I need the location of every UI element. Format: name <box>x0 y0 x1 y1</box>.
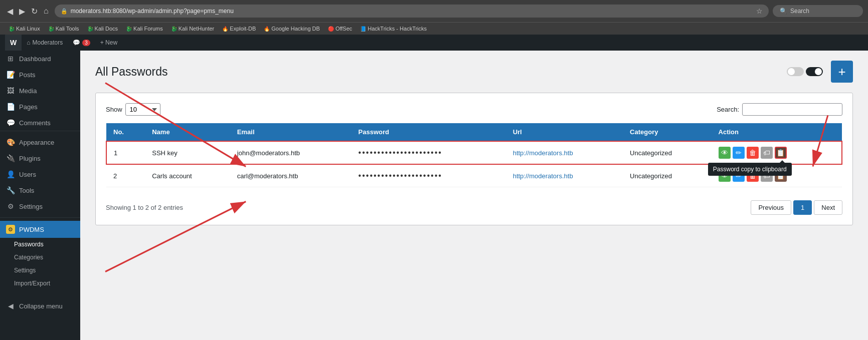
nethunter-icon: 🐉 <box>171 26 177 32</box>
forward-button[interactable]: ▶ <box>17 6 27 17</box>
delete-button-1[interactable]: 🗑 <box>747 147 759 159</box>
show-select[interactable]: 10 25 50 100 <box>125 103 160 116</box>
pagination: Previous 1 Next <box>751 200 842 215</box>
sidebar-label-tools: Tools <box>19 187 34 194</box>
cell-name-1: SSH key <box>145 141 230 164</box>
site-name-item[interactable]: ⌂ Moderators <box>22 35 68 51</box>
bookmark-google-hacking[interactable]: 🔥Google Hacking DB <box>260 25 323 33</box>
sidebar-label-pwdms: PWDMS <box>19 226 44 233</box>
new-bar-label: + New <box>100 39 117 46</box>
sidebar-item-dashboard[interactable]: ⊞ Dashboard <box>0 51 80 67</box>
star-icon[interactable]: ☆ <box>756 7 763 15</box>
previous-button[interactable]: Previous <box>751 200 791 215</box>
sidebar-label-comments: Comments <box>19 119 51 127</box>
kali-docs-icon: 🐉 <box>87 26 93 32</box>
settings-icon: ⚙ <box>6 202 15 210</box>
settings-sub-label: Settings <box>14 267 36 274</box>
cell-category-2: Uncategorized <box>623 164 711 187</box>
sidebar-item-posts[interactable]: 📝 Posts <box>0 67 80 83</box>
col-action: Action <box>712 123 842 141</box>
page-1-button[interactable]: 1 <box>793 200 812 215</box>
url-link-1[interactable]: http://moderators.htb <box>513 149 573 157</box>
edit-button-1[interactable]: ✏ <box>733 147 745 159</box>
comments-count: 3 <box>82 40 90 46</box>
url-link-2[interactable]: http://moderators.htb <box>513 172 573 180</box>
show-control: Show 10 25 50 100 <box>106 103 160 116</box>
wp-logo-item[interactable]: W <box>5 35 22 51</box>
sidebar-subitem-categories[interactable]: Categories <box>0 251 80 264</box>
toggle-off[interactable] <box>787 67 804 76</box>
home-button[interactable]: ⌂ <box>42 6 51 17</box>
home-bar-icon: ⌂ <box>27 39 30 46</box>
appearance-icon: 🎨 <box>6 138 15 146</box>
tools-icon: 🔧 <box>6 186 15 194</box>
sidebar-subitem-import-export[interactable]: Import/Export <box>0 277 80 290</box>
categories-sub-label: Categories <box>14 254 43 261</box>
sidebar-subitem-settings[interactable]: Settings <box>0 264 80 277</box>
search-placeholder: Search <box>790 8 809 15</box>
collapse-menu-item[interactable]: ◀ Collapse menu <box>0 298 80 314</box>
page-header: All Passwords + <box>95 61 853 83</box>
url-bar[interactable]: 🔒 moderators.htb:8080/wp-admin/admin.php… <box>55 5 769 18</box>
next-button[interactable]: Next <box>814 200 842 215</box>
main-content: All Passwords + Show 10 25 50 <box>80 51 868 340</box>
bookmark-kali-nethunter[interactable]: 🐉Kali NetHunter <box>167 25 218 33</box>
sidebar-item-settings[interactable]: ⚙ Settings <box>0 198 80 214</box>
bookmark-kali-tools[interactable]: 🐉Kali Tools <box>45 25 83 33</box>
password-dots-2: •••••••••••••••••••••• <box>359 171 442 180</box>
sidebar-item-users[interactable]: 👤 Users <box>0 166 80 182</box>
comments-bar-item[interactable]: 💬 3 <box>68 35 95 51</box>
browser-nav-buttons: ◀ ▶ ↻ ⌂ <box>5 6 51 17</box>
sidebar-item-plugins[interactable]: 🔌 Plugins <box>0 150 80 166</box>
col-category: Category <box>623 123 711 141</box>
back-button[interactable]: ◀ <box>5 6 15 17</box>
table-header-row: No. Name Email Password Url Category Act… <box>106 123 842 141</box>
search-input[interactable] <box>742 103 842 116</box>
refresh-button[interactable]: ↻ <box>29 6 40 17</box>
search-label: Search: <box>717 106 739 113</box>
kali-tools-icon: 🐉 <box>48 26 54 32</box>
bookmark-kali-linux[interactable]: 🐉Kali Linux <box>5 25 44 33</box>
sidebar-label-plugins: Plugins <box>19 155 41 162</box>
bookmark-kali-docs[interactable]: 🐉Kali Docs <box>84 25 121 33</box>
sidebar-subitem-passwords[interactable]: Passwords <box>0 238 80 251</box>
cell-no-2: 2 <box>106 164 145 187</box>
pwdms-icon: ⚙ <box>6 225 15 234</box>
bookmark-offsec[interactable]: 🔴OffSec <box>324 25 356 33</box>
sidebar-item-media[interactable]: 🖼 Media <box>0 83 80 99</box>
new-bar-item[interactable]: + New <box>95 35 122 51</box>
view-button-1[interactable]: 👁 <box>719 147 731 159</box>
kali-icon: 🐉 <box>9 26 15 32</box>
bookmark-exploit-db[interactable]: 🔥Exploit-DB <box>219 25 259 33</box>
sidebar-item-tools[interactable]: 🔧 Tools <box>0 182 80 198</box>
toggle-row <box>787 67 823 76</box>
toggle-on[interactable] <box>806 67 823 76</box>
site-name-label: Moderators <box>32 39 63 46</box>
tag-button-1[interactable]: 🏷 <box>761 147 773 159</box>
table-header: No. Name Email Password Url Category Act… <box>106 123 842 141</box>
sidebar-item-pages[interactable]: 📄 Pages <box>0 99 80 115</box>
clipboard-button-1[interactable]: 📋 <box>775 147 787 159</box>
showing-text: Showing 1 to 2 of 2 entries <box>106 204 183 211</box>
cell-name-2: Carls account <box>145 164 230 187</box>
sidebar-label-pages: Pages <box>19 103 38 111</box>
sidebar-item-pwdms[interactable]: ⚙ PWDMS <box>0 221 80 238</box>
sidebar-item-appearance[interactable]: 🎨 Appearance <box>0 134 80 150</box>
bookmark-hacktricks[interactable]: 📘HackTricks - HackTricks <box>357 25 430 33</box>
browser-search-bar[interactable]: 🔍 Search <box>773 5 863 17</box>
bookmark-kali-forums[interactable]: 🐉Kali Forums <box>122 25 166 33</box>
posts-icon: 📝 <box>6 71 15 79</box>
cell-no-1: 1 <box>106 141 145 164</box>
sidebar-section-appearance: 🎨 Appearance 🔌 Plugins 👤 Users 🔧 Tools ⚙… <box>0 131 80 217</box>
sidebar-item-comments[interactable]: 💬 Comments <box>0 115 80 131</box>
search-control: Search: <box>717 103 842 116</box>
sidebar-label-users: Users <box>19 171 36 178</box>
cell-url-1: http://moderators.htb <box>506 141 623 164</box>
media-icon: 🖼 <box>6 87 15 95</box>
exploitdb-icon: 🔥 <box>222 26 228 32</box>
url-text: moderators.htb:8080/wp-admin/admin.php?p… <box>71 8 234 15</box>
add-password-button[interactable]: + <box>831 61 853 83</box>
bookmarks-bar: 🐉Kali Linux 🐉Kali Tools 🐉Kali Docs 🐉Kali… <box>0 22 868 35</box>
table-footer: Showing 1 to 2 of 2 entries Previous 1 N… <box>106 194 842 215</box>
clipboard-container-1: 📋 Password copy to clipboard <box>775 147 787 159</box>
